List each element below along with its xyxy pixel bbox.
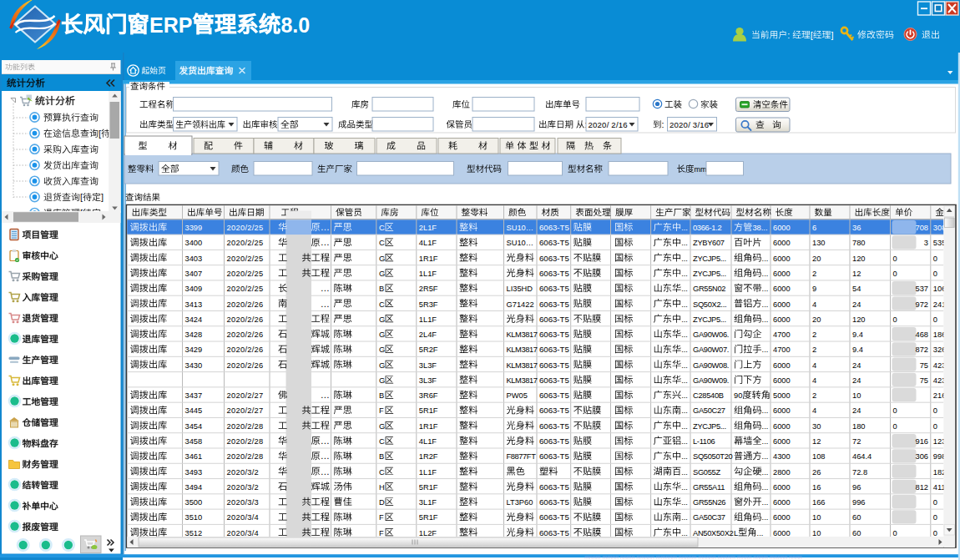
svg-text:C28540B: C28540B bbox=[693, 391, 724, 400]
svg-text:...: ... bbox=[762, 300, 769, 309]
svg-text:0: 0 bbox=[893, 255, 897, 263]
svg-text:6063-T5: 6063-T5 bbox=[539, 254, 569, 263]
svg-text:1L1F: 1L1F bbox=[419, 468, 437, 477]
svg-text:2020/2/26: 2020/2/26 bbox=[227, 330, 264, 339]
svg-text:180: 180 bbox=[852, 422, 866, 431]
svg-text:6000: 6000 bbox=[773, 437, 791, 446]
svg-text:LI35HD: LI35HD bbox=[507, 285, 533, 293]
svg-text:...: ... bbox=[681, 376, 688, 385]
svg-text:1R1F: 1R1F bbox=[419, 422, 438, 431]
svg-text:6063-T5: 6063-T5 bbox=[539, 406, 569, 415]
svg-text:0: 0 bbox=[893, 422, 897, 431]
svg-text:6063-T5: 6063-T5 bbox=[539, 421, 569, 431]
svg-text:72.8: 72.8 bbox=[852, 468, 867, 477]
svg-text:108: 108 bbox=[812, 452, 826, 461]
svg-text:0: 0 bbox=[893, 315, 897, 324]
svg-text:3430: 3430 bbox=[185, 361, 203, 370]
svg-text:2020/2/25: 2020/2/25 bbox=[227, 224, 264, 232]
svg-text:3445: 3445 bbox=[185, 406, 203, 415]
svg-text:4700: 4700 bbox=[773, 330, 791, 339]
svg-text:780: 780 bbox=[852, 239, 866, 247]
svg-text:130: 130 bbox=[812, 239, 826, 247]
svg-text:C: C bbox=[379, 224, 385, 232]
svg-text:AN50X50X2: AN50X50X2 bbox=[693, 529, 734, 537]
svg-text:...: ... bbox=[762, 406, 769, 415]
svg-text:...: ... bbox=[681, 300, 688, 309]
svg-text:ERP: ERP bbox=[149, 13, 192, 37]
svg-text:...: ... bbox=[681, 224, 688, 232]
svg-text:…: … bbox=[321, 436, 330, 446]
svg-text:12: 12 bbox=[852, 270, 861, 278]
svg-text:…: … bbox=[321, 451, 330, 461]
svg-text:G: G bbox=[379, 330, 385, 339]
svg-text:C: C bbox=[379, 437, 385, 446]
svg-text:...: ... bbox=[681, 513, 688, 522]
svg-text:6000: 6000 bbox=[773, 498, 791, 507]
svg-text:1L1F: 1L1F bbox=[419, 315, 437, 324]
svg-text:3: 3 bbox=[924, 239, 928, 247]
svg-text:4: 4 bbox=[812, 361, 816, 370]
svg-text:[: [ bbox=[99, 129, 101, 139]
svg-text:2020/2/28: 2020/2/28 bbox=[227, 422, 264, 431]
svg-text:GA50C27: GA50C27 bbox=[693, 406, 725, 415]
svg-text:6000: 6000 bbox=[773, 529, 791, 537]
svg-text:6000: 6000 bbox=[773, 300, 791, 309]
svg-text:mnnm mmnn nnmn nmnnn mmnnm nnn: mnnm mmnn nnmn nmnnn mmnnm nnnnm mnnnn n… bbox=[584, 554, 802, 560]
svg-text:...: ... bbox=[681, 422, 688, 431]
svg-text:2020/2/28: 2020/2/28 bbox=[227, 452, 264, 461]
svg-text:G: G bbox=[379, 361, 385, 370]
svg-text:…: … bbox=[321, 237, 330, 247]
svg-text:4: 4 bbox=[812, 376, 816, 385]
svg-text:2: 2 bbox=[812, 391, 816, 400]
svg-text:6000: 6000 bbox=[773, 239, 791, 247]
svg-text:2L1F: 2L1F bbox=[419, 224, 437, 232]
svg-text:2020/3/2: 2020/3/2 bbox=[227, 468, 260, 477]
svg-text:…: … bbox=[321, 283, 330, 293]
svg-text:...: ... bbox=[681, 406, 688, 415]
svg-text:F8877FT: F8877FT bbox=[507, 452, 537, 461]
svg-text:6000: 6000 bbox=[773, 406, 791, 415]
svg-text:24: 24 bbox=[852, 406, 861, 415]
svg-text:2020/2/25: 2020/2/25 bbox=[227, 285, 264, 293]
svg-text:1L2F: 1L2F bbox=[419, 529, 437, 537]
svg-text:...: ... bbox=[762, 346, 769, 354]
svg-text:6000: 6000 bbox=[773, 422, 791, 431]
svg-text:166: 166 bbox=[812, 498, 826, 507]
svg-text:mm: mm bbox=[695, 165, 707, 174]
svg-text:G: G bbox=[379, 270, 385, 278]
svg-text:3510: 3510 bbox=[185, 513, 203, 522]
svg-text:C: C bbox=[379, 300, 385, 309]
svg-text:...: ... bbox=[681, 315, 688, 324]
svg-text:G: G bbox=[379, 422, 385, 431]
svg-text:2020/2/25: 2020/2/25 bbox=[227, 239, 264, 247]
svg-text:B: B bbox=[379, 391, 384, 400]
svg-text:2020/2/26: 2020/2/26 bbox=[227, 300, 264, 309]
svg-text:LT3P60: LT3P60 bbox=[507, 498, 533, 507]
svg-text:…: … bbox=[321, 467, 330, 477]
svg-text:0: 0 bbox=[893, 529, 897, 537]
svg-text:3512: 3512 bbox=[185, 529, 203, 537]
svg-text:3403: 3403 bbox=[185, 255, 203, 263]
svg-text:10: 10 bbox=[812, 513, 821, 522]
svg-text:ZYCJP5...: ZYCJP5... bbox=[693, 270, 726, 278]
svg-text:G: G bbox=[379, 376, 385, 385]
svg-text:2020/2/27: 2020/2/27 bbox=[227, 391, 264, 400]
svg-text:[: [ bbox=[80, 192, 83, 202]
svg-text:3494: 3494 bbox=[185, 483, 203, 492]
svg-text::: : bbox=[662, 119, 664, 129]
svg-text:SU10…: SU10… bbox=[507, 224, 534, 232]
svg-text:SQ5050T20: SQ5050T20 bbox=[693, 452, 733, 461]
svg-text:...: ... bbox=[681, 255, 688, 263]
svg-text:2: 2 bbox=[812, 330, 816, 339]
svg-text:ZYCJP5...: ZYCJP5... bbox=[693, 255, 726, 263]
svg-text:3R6F: 3R6F bbox=[419, 391, 438, 400]
svg-text:0: 0 bbox=[933, 513, 937, 522]
svg-text:6000: 6000 bbox=[773, 270, 791, 278]
svg-text:...: ... bbox=[762, 498, 769, 507]
svg-text:9.4: 9.4 bbox=[852, 346, 863, 354]
svg-text:8.0: 8.0 bbox=[280, 13, 310, 37]
svg-text:…: … bbox=[321, 390, 330, 400]
svg-text:0: 0 bbox=[933, 270, 937, 278]
svg-text:90: 90 bbox=[734, 391, 742, 400]
svg-text:ZYCJP5...: ZYCJP5... bbox=[693, 315, 726, 324]
